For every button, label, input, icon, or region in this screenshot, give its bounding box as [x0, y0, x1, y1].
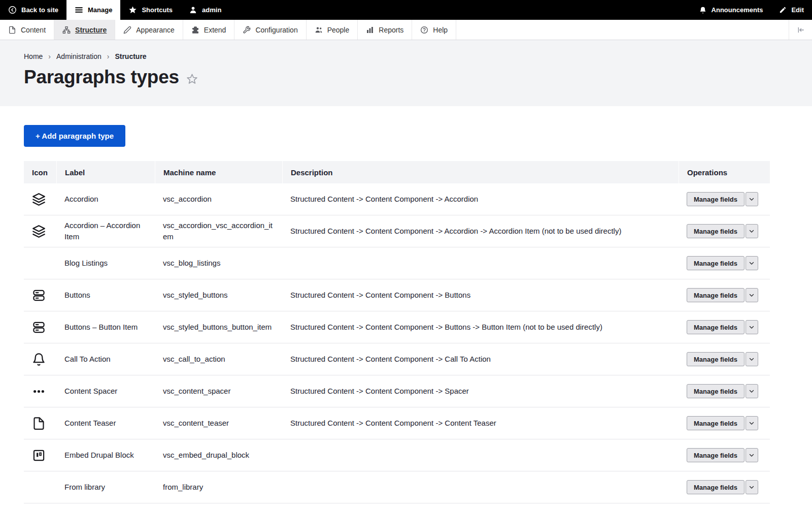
- manage-fields-button[interactable]: Manage fields: [687, 416, 745, 430]
- operations-dropdown-toggle[interactable]: [746, 352, 758, 366]
- operations-dropdown-toggle[interactable]: [746, 224, 758, 238]
- star-icon: [128, 6, 137, 14]
- operations-dropdown-toggle[interactable]: [746, 384, 758, 398]
- table-row: Blog Listings vsc_blog_listings Manage f…: [24, 247, 770, 279]
- manage-fields-button[interactable]: Manage fields: [687, 352, 745, 366]
- row-machine-name: vsc_styled_buttons_button_item: [155, 322, 282, 333]
- operations-dropdown-toggle[interactable]: [746, 288, 758, 302]
- chevron-down-icon: [749, 452, 755, 458]
- row-label: Content Teaser: [56, 418, 155, 429]
- table-row: Accordion – Accordion Item vsc_accordion…: [24, 215, 770, 247]
- appearance-icon: [123, 26, 131, 34]
- main-content: + Add paragraph type Icon Label Machine …: [0, 106, 812, 503]
- manage-tab-label: Manage: [88, 6, 112, 14]
- back-arrow-icon: [8, 6, 17, 14]
- tab-people[interactable]: People: [307, 20, 358, 40]
- row-machine-name: vsc_content_spacer: [155, 386, 282, 397]
- row-label: Blog Listings: [56, 258, 155, 269]
- page-title: Paragraphs types: [24, 67, 179, 88]
- row-machine-name: vsc_content_teaser: [155, 418, 282, 429]
- buttons-icon: [32, 321, 46, 334]
- row-description: Structured Content -> Content Component …: [282, 290, 679, 301]
- operations-dropdown-toggle[interactable]: [746, 480, 758, 494]
- help-icon: [420, 26, 428, 34]
- row-machine-name: vsc_accordion_vsc_accordion_item: [155, 220, 282, 242]
- back-to-site-button[interactable]: Back to site: [0, 0, 66, 20]
- table-header-row: Icon Label Machine name Description Oper…: [24, 161, 770, 183]
- operations-dropdown-toggle[interactable]: [746, 256, 758, 270]
- row-machine-name: vsc_embed_drupal_block: [155, 450, 282, 461]
- tab-structure-label: Structure: [75, 26, 107, 34]
- user-menu-label: admin: [202, 6, 221, 14]
- row-label: Buttons: [56, 290, 155, 301]
- manage-fields-button[interactable]: Manage fields: [687, 256, 745, 270]
- paragraph-types-table-body: Accordion vsc_accordion Structured Conte…: [24, 183, 770, 503]
- row-operations: Manage fields: [679, 384, 770, 398]
- announcements-label: Announcements: [712, 6, 763, 14]
- column-header-description: Description: [282, 161, 679, 183]
- chevron-down-icon: [749, 420, 755, 426]
- add-paragraph-type-button[interactable]: + Add paragraph type: [24, 125, 125, 147]
- star-outline-icon[interactable]: [186, 73, 198, 85]
- row-label: Embed Drupal Block: [56, 450, 155, 461]
- operations-dropdown-toggle[interactable]: [746, 320, 758, 334]
- row-description: Structured Content -> Content Component …: [282, 354, 679, 365]
- operations-dropdown-toggle[interactable]: [746, 416, 758, 430]
- admin-menu-tray: Content Structure Appearance Extend Conf…: [0, 20, 812, 40]
- row-machine-name: vsc_accordion: [155, 194, 282, 205]
- tab-content[interactable]: Content: [0, 20, 54, 40]
- block-icon: [32, 449, 46, 462]
- row-label: Accordion: [56, 194, 155, 205]
- row-operations: Manage fields: [679, 256, 770, 270]
- admin-toolbar: Back to site Manage Shortcuts admin Anno…: [0, 0, 812, 20]
- breadcrumb-separator: ›: [48, 52, 51, 60]
- edit-button-label: Edit: [791, 6, 804, 14]
- row-label: Content Spacer: [56, 386, 155, 397]
- shortcuts-tab-label: Shortcuts: [142, 6, 173, 14]
- table-row: Accordion vsc_accordion Structured Conte…: [24, 183, 770, 215]
- column-header-machine-name: Machine name: [155, 161, 282, 183]
- hamburger-icon: [75, 6, 83, 14]
- bell-icon: [699, 6, 707, 14]
- breadcrumb-home[interactable]: Home: [24, 52, 43, 60]
- row-description: Structured Content -> Content Component …: [282, 386, 679, 397]
- manage-fields-button[interactable]: Manage fields: [687, 224, 745, 238]
- user-menu[interactable]: admin: [181, 0, 229, 20]
- breadcrumb-administration[interactable]: Administration: [56, 52, 101, 60]
- bell-icon: [32, 353, 46, 366]
- manage-fields-button[interactable]: Manage fields: [687, 480, 745, 494]
- edit-button[interactable]: Edit: [771, 0, 812, 20]
- dots-icon: [32, 385, 46, 398]
- manage-fields-button[interactable]: Manage fields: [687, 384, 745, 398]
- tab-reports[interactable]: Reports: [358, 20, 412, 40]
- layers-icon: [32, 193, 46, 206]
- manage-fields-button[interactable]: Manage fields: [687, 448, 745, 462]
- chevron-down-icon: [749, 484, 755, 490]
- toolbar-collapse-button[interactable]: [789, 20, 812, 40]
- pencil-icon: [779, 6, 787, 14]
- tab-help[interactable]: Help: [412, 20, 456, 40]
- row-machine-name: vsc_call_to_action: [155, 354, 282, 365]
- tab-configuration-label: Configuration: [255, 26, 297, 34]
- manage-fields-button[interactable]: Manage fields: [687, 288, 745, 302]
- table-row: Content Spacer vsc_content_spacer Struct…: [24, 375, 770, 407]
- configuration-icon: [243, 26, 251, 34]
- row-label: Accordion – Accordion Item: [56, 220, 155, 242]
- row-description: Structured Content -> Content Component …: [282, 194, 679, 205]
- row-description: Structured Content -> Content Component …: [282, 226, 679, 237]
- chevron-down-icon: [749, 228, 755, 234]
- tab-appearance[interactable]: Appearance: [115, 20, 183, 40]
- manage-fields-button[interactable]: Manage fields: [687, 320, 745, 334]
- operations-dropdown-toggle[interactable]: [746, 448, 758, 462]
- column-header-operations: Operations: [679, 161, 770, 183]
- tab-extend[interactable]: Extend: [183, 20, 235, 40]
- announcements-button[interactable]: Announcements: [691, 0, 771, 20]
- shortcuts-tab[interactable]: Shortcuts: [120, 0, 181, 20]
- tab-structure[interactable]: Structure: [54, 20, 115, 40]
- row-icon-cell: [24, 289, 56, 302]
- row-machine-name: vsc_styled_buttons: [155, 290, 282, 301]
- tab-configuration[interactable]: Configuration: [234, 20, 306, 40]
- operations-dropdown-toggle[interactable]: [746, 192, 758, 206]
- manage-tab[interactable]: Manage: [66, 0, 120, 20]
- manage-fields-button[interactable]: Manage fields: [687, 192, 745, 206]
